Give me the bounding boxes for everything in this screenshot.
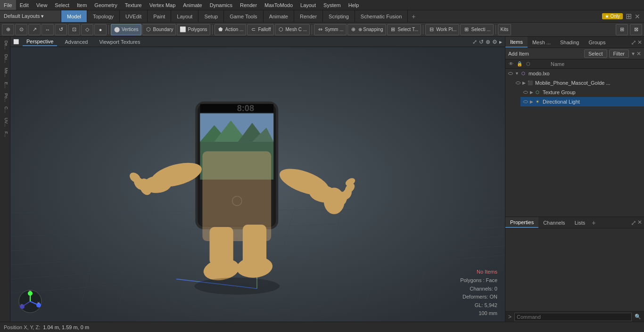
- layout-dropdown[interactable]: Default Layouts ▾: [0, 10, 61, 22]
- vp-more-icon[interactable]: ▸: [499, 39, 502, 45]
- tab-layout[interactable]: Layout: [171, 10, 198, 22]
- polygons-btn[interactable]: ⬜ Polygons: [177, 24, 210, 35]
- item-row-mesh[interactable]: ▶ ⬛ Mobile_Phone_Mascot_Golde ...: [513, 78, 644, 88]
- vp-refresh-icon[interactable]: ↺: [479, 39, 484, 45]
- menu-layout[interactable]: Layout: [297, 0, 320, 10]
- props-expand-icon[interactable]: ⤢: [631, 219, 636, 227]
- item-eye-mesh[interactable]: [515, 80, 521, 86]
- tab-render[interactable]: Render: [294, 10, 323, 22]
- tab-bar-expand[interactable]: ⊞: [626, 12, 632, 21]
- item-eye-texgroup[interactable]: [522, 89, 529, 96]
- falloff-btn[interactable]: ⊂ Falloff: [247, 24, 273, 35]
- items-tab-mesh[interactable]: Mesh ...: [528, 37, 555, 48]
- viewport-handle[interactable]: ⬜: [13, 39, 19, 44]
- tool-scale[interactable]: ⊡: [68, 24, 80, 35]
- item-row-dirlight[interactable]: ▶ ☀ Directional Light: [520, 97, 644, 106]
- tab-paint[interactable]: Paint: [148, 10, 171, 22]
- tool-select-1[interactable]: ⊕: [2, 24, 14, 35]
- items-tab-items[interactable]: Items: [505, 37, 528, 48]
- item-row-root[interactable]: ▼ ⬡ modo.lxo: [505, 69, 644, 78]
- vp-expand-icon[interactable]: ⤢: [472, 39, 477, 45]
- tab-animate[interactable]: Animate: [264, 10, 294, 22]
- tab-uvedit[interactable]: UVEdit: [120, 10, 148, 22]
- menu-geometry[interactable]: Geometry: [91, 0, 121, 10]
- tab-game-tools[interactable]: Game Tools: [224, 10, 264, 22]
- menu-animate[interactable]: Animate: [179, 0, 206, 10]
- add-item-close-icon[interactable]: ✕: [636, 50, 641, 57]
- action-btn[interactable]: ⬟ Action ...: [215, 24, 247, 35]
- tab-model[interactable]: Model: [61, 10, 87, 22]
- sidebar-item-uv[interactable]: UV...: [1, 116, 9, 129]
- toolbar-icon-2[interactable]: ⊠: [630, 24, 642, 35]
- render-icon[interactable]: ⬡: [524, 60, 532, 68]
- sidebar-item-po[interactable]: Po...: [1, 91, 9, 104]
- lock-icon[interactable]: 🔒: [516, 60, 523, 68]
- expand-arrow-texgroup[interactable]: ▶: [530, 90, 533, 95]
- vp-search-icon[interactable]: ⊕: [486, 39, 490, 45]
- add-item-select-btn[interactable]: Select: [584, 49, 607, 58]
- boundary-btn[interactable]: ⬡ Boundary: [142, 24, 176, 35]
- items-expand-icon[interactable]: ⤢: [631, 39, 636, 46]
- mesh-btn[interactable]: ⬡ Mesh C ...: [275, 24, 310, 35]
- vp-tab-advanced[interactable]: Advanced: [61, 38, 91, 46]
- tab-topology[interactable]: Topology: [87, 10, 120, 22]
- tool-diamond[interactable]: ◇: [81, 24, 93, 35]
- tool-select-3[interactable]: ↗: [28, 24, 41, 35]
- eye-all-icon[interactable]: 👁: [507, 60, 515, 68]
- items-close-icon[interactable]: ✕: [637, 39, 642, 46]
- menu-file[interactable]: File: [0, 0, 16, 10]
- sidebar-item-c[interactable]: C...: [1, 105, 9, 115]
- add-item-filter-btn[interactable]: Filter: [609, 49, 629, 58]
- command-input[interactable]: [514, 313, 632, 321]
- items-tab-shading[interactable]: Shading: [555, 37, 584, 48]
- item-eye-root[interactable]: [507, 70, 514, 77]
- kits-btn[interactable]: Kits: [498, 24, 512, 35]
- selecti-btn[interactable]: ⊞ Selecti ...: [460, 24, 493, 35]
- sidebar-item-f[interactable]: F...: [1, 130, 9, 139]
- tab-scripting[interactable]: Scripting: [323, 10, 355, 22]
- vp-tab-textures[interactable]: Viewport Textures: [95, 38, 144, 46]
- menu-render[interactable]: Render: [236, 0, 261, 10]
- tab-bar-close[interactable]: ✕: [635, 13, 640, 20]
- menu-select[interactable]: Select: [51, 0, 73, 10]
- sidebar-item-de[interactable]: De...: [1, 39, 9, 51]
- viewport-3d[interactable]: 8:08: [10, 47, 505, 322]
- toolbar-icon-1[interactable]: ⊞: [616, 24, 628, 35]
- item-eye-dirlight[interactable]: [522, 98, 529, 105]
- menu-texture[interactable]: Texture: [121, 0, 146, 10]
- expand-arrow-dirlight[interactable]: ▶: [530, 99, 533, 104]
- item-row-texgroup[interactable]: ▶ ⬡ Texture Group: [520, 88, 644, 97]
- expand-arrow-root[interactable]: ▼: [515, 71, 519, 76]
- command-search-icon[interactable]: 🔍: [635, 314, 641, 320]
- sidebar-item-e[interactable]: E...: [1, 80, 9, 90]
- tool-rotate[interactable]: ↺: [55, 24, 67, 35]
- sidebar-item-du[interactable]: Du...: [1, 52, 9, 65]
- sidebar-item-me[interactable]: Me...: [1, 66, 9, 79]
- tool-dot[interactable]: ●: [94, 24, 107, 35]
- menu-edit[interactable]: Edit: [16, 0, 33, 10]
- viewport-content[interactable]: 8:08: [10, 47, 505, 322]
- menu-dynamics[interactable]: Dynamics: [206, 0, 236, 10]
- symm-btn[interactable]: ⇔ Symm ...: [314, 24, 346, 35]
- items-tab-groups[interactable]: Groups: [584, 37, 610, 48]
- select-t-btn[interactable]: ⊞ Select T...: [387, 24, 421, 35]
- vertices-btn[interactable]: ⬤ Vertices: [111, 24, 141, 35]
- tab-schematic[interactable]: Schematic Fusion: [355, 10, 408, 22]
- tool-select-2[interactable]: ⊙: [15, 24, 27, 35]
- menu-maxtomodo[interactable]: MaxToModo: [261, 0, 297, 10]
- add-item-down-icon[interactable]: ▾: [632, 50, 635, 57]
- props-tab-properties[interactable]: Properties: [505, 217, 538, 228]
- tab-setup[interactable]: Setup: [198, 10, 224, 22]
- menu-item[interactable]: Item: [73, 0, 91, 10]
- props-tab-channels[interactable]: Channels: [538, 217, 570, 228]
- props-close-icon[interactable]: ✕: [637, 219, 642, 227]
- props-tab-add-icon[interactable]: +: [592, 219, 595, 227]
- props-tab-lists[interactable]: Lists: [570, 217, 590, 228]
- tab-add-button[interactable]: +: [408, 10, 419, 22]
- menu-system[interactable]: System: [320, 0, 345, 10]
- vp-tab-perspective[interactable]: Perspective: [23, 38, 57, 46]
- menu-vertex-map[interactable]: Vertex Map: [146, 0, 180, 10]
- workplane-btn[interactable]: ⊟ Work Pl...: [425, 24, 459, 35]
- tool-select-4[interactable]: ↔: [41, 24, 54, 35]
- menu-view[interactable]: View: [33, 0, 51, 10]
